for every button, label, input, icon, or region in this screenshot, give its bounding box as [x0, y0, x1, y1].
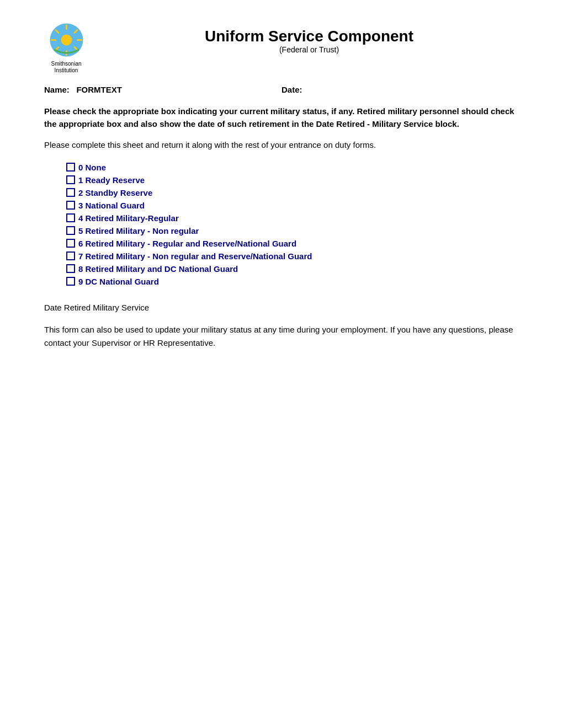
svg-rect-5 [77, 39, 82, 41]
checkbox-item-6[interactable]: 6 Retired Military - Regular and Reserve… [66, 239, 519, 248]
checkbox-item-8[interactable]: 8 Retired Military and DC National Guard [66, 264, 519, 274]
date-label: Date: [282, 85, 302, 94]
footer-text: This form can also be used to update you… [44, 323, 519, 350]
checkbox-box-7[interactable] [66, 251, 75, 260]
checkbox-box-6[interactable] [66, 239, 75, 248]
instructions-bold: Please check the appropriate box indicat… [44, 105, 519, 130]
checkbox-box-8[interactable] [66, 264, 75, 273]
name-label: Name: [44, 85, 70, 94]
svg-point-1 [61, 35, 72, 46]
checkbox-item-3[interactable]: 3 National Guard [66, 201, 519, 210]
checkbox-label-3: 3 National Guard [78, 201, 145, 210]
checkbox-label-4: 4 Retired Military-Regular [78, 213, 179, 223]
checkbox-item-0[interactable]: 0 None [66, 163, 519, 172]
checkbox-label-5: 5 Retired Military - Non regular [78, 226, 199, 235]
title-section: Uniform Service Component (Federal or Tr… [99, 22, 519, 54]
checkbox-box-4[interactable] [66, 213, 75, 222]
checkbox-item-9[interactable]: 9 DC National Guard [66, 277, 519, 286]
checkbox-box-5[interactable] [66, 226, 75, 235]
name-value: FORMTEXT [76, 85, 122, 94]
checkbox-label-2: 2 Standby Reserve [78, 188, 152, 197]
checkbox-label-0: 0 None [78, 163, 106, 172]
checkbox-box-2[interactable] [66, 188, 75, 197]
sub-title: (Federal or Trust) [99, 45, 519, 54]
checkbox-item-1[interactable]: 1 Ready Reserve [66, 175, 519, 185]
checkbox-box-1[interactable] [66, 175, 75, 184]
checkbox-item-4[interactable]: 4 Retired Military-Regular [66, 213, 519, 223]
name-section: Name: FORMTEXT [44, 85, 282, 94]
logo-text: Smithsonian Institution [44, 61, 88, 74]
name-date-row: Name: FORMTEXT Date: [44, 85, 519, 94]
date-section: Date: [282, 85, 519, 94]
checkbox-label-1: 1 Ready Reserve [78, 175, 145, 185]
svg-rect-2 [66, 24, 67, 30]
checkbox-item-5[interactable]: 5 Retired Military - Non regular [66, 226, 519, 235]
logo-container: Smithsonian Institution [44, 22, 88, 74]
date-retired-section: Date Retired Military Service [44, 303, 519, 312]
smithsonian-logo [49, 22, 84, 58]
instructions-normal: Please complete this sheet and return it… [44, 139, 519, 152]
checkbox-box-3[interactable] [66, 201, 75, 210]
checkbox-box-9[interactable] [66, 277, 75, 286]
checkbox-item-2[interactable]: 2 Standby Reserve [66, 188, 519, 197]
main-title: Uniform Service Component [99, 28, 519, 45]
checkbox-label-8: 8 Retired Military and DC National Guard [78, 264, 238, 274]
checkbox-item-7[interactable]: 7 Retired Military - Non regular and Res… [66, 251, 519, 261]
svg-rect-4 [51, 39, 56, 41]
checkbox-label-7: 7 Retired Military - Non regular and Res… [78, 251, 312, 261]
checkbox-box-0[interactable] [66, 163, 75, 172]
checkbox-label-9: 9 DC National Guard [78, 277, 159, 286]
checkbox-list: 0 None1 Ready Reserve2 Standby Reserve3 … [66, 163, 519, 286]
checkbox-label-6: 6 Retired Military - Regular and Reserve… [78, 239, 296, 248]
